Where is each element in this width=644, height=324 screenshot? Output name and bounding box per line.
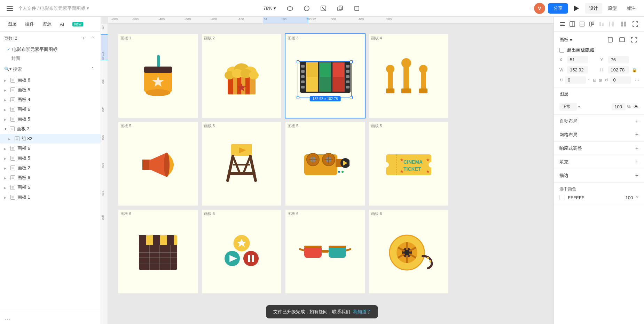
artboard-5b[interactable]: 画板 5	[202, 122, 281, 206]
tab-layers[interactable]: 图层	[4, 20, 20, 29]
distribute-icon[interactable]	[607, 20, 616, 29]
align-bottom-icon[interactable]	[597, 20, 606, 29]
breadcrumb[interactable]: 个人文件 / 电影布景元素平面图标 ▾	[18, 5, 89, 11]
edit-icon[interactable]	[318, 3, 329, 14]
artboard-content	[118, 42, 198, 112]
layer-item-10[interactable]: ⊞ 画板 5	[0, 183, 101, 192]
artboard-6c[interactable]: 画板 6	[285, 210, 365, 293]
board-resize-icon[interactable]	[629, 35, 638, 44]
color-hex-value[interactable]: FFFFFF	[568, 195, 623, 200]
canvas-area: -600 -500 -400 -300 -200 -100 51 100 203…	[101, 17, 553, 324]
page-item-main[interactable]: ✓ 电影布景元素平面图标	[0, 45, 101, 54]
responsive-add-button[interactable]: +	[635, 145, 638, 152]
tab-components[interactable]: 组件	[22, 20, 38, 29]
board-portrait-icon[interactable]	[606, 35, 615, 44]
w-value[interactable]: 152.92	[567, 66, 588, 74]
lock-icon[interactable]: 🔒	[632, 68, 637, 72]
layer-item-7[interactable]: ⊞ 画板 5	[0, 153, 101, 163]
zoom-control[interactable]: 78% ▾	[260, 4, 279, 12]
breadcrumb-dropdown[interactable]: ▾	[87, 6, 89, 11]
y-value[interactable]: 76	[608, 56, 629, 63]
layer-item-3[interactable]: ⊞ 画板 6	[0, 105, 101, 114]
layer-item-group82[interactable]: ⊞ 组 82	[0, 134, 101, 144]
rp-top-icons	[554, 17, 644, 32]
frame-icon[interactable]	[351, 3, 362, 14]
artboard-4[interactable]: 画板 4	[369, 34, 448, 118]
layer-item-2[interactable]: ⊞ 画板 4	[0, 95, 101, 105]
blend-mode-select[interactable]: 正常	[559, 103, 577, 111]
svg-rect-52	[301, 80, 305, 83]
more-button[interactable]: …	[4, 314, 10, 321]
run-button[interactable]	[571, 3, 582, 14]
split-h-icon[interactable]: ⊟	[593, 78, 596, 83]
tab-design[interactable]: 设计	[585, 3, 602, 14]
artboard-6d[interactable]: 画板 6	[369, 210, 448, 293]
color-swatch[interactable]	[559, 195, 565, 200]
auto-layout-add-button[interactable]: +	[635, 118, 638, 124]
fullscreen-icon[interactable]	[631, 20, 640, 29]
h-value[interactable]: 102.78	[608, 66, 629, 74]
align-right-icon[interactable]	[578, 20, 587, 29]
svg-text:TICKET: TICKET	[403, 166, 421, 172]
layer-item-1[interactable]: ⊞ 画板 5	[0, 85, 101, 95]
menu-icon[interactable]	[4, 3, 15, 14]
artboard-6b[interactable]: 画板 6	[202, 210, 281, 293]
grid-layout-add-button[interactable]: +	[635, 132, 638, 138]
tab-ai[interactable]: AI	[56, 20, 68, 28]
tab-assets[interactable]: 资源	[39, 20, 55, 29]
search-input[interactable]	[13, 67, 87, 72]
artboard-5a[interactable]: 画板 5	[118, 122, 198, 206]
more-options-icon[interactable]: ⋯	[635, 77, 639, 83]
rp-w-field: W 152.92	[559, 66, 598, 74]
artboard-5d[interactable]: 画板 5 ★ ★ ★ ★	[369, 122, 448, 206]
artboard-3[interactable]: 画板 3 152.92 × 102.78	[285, 34, 365, 118]
degree-symbol: °	[588, 78, 589, 82]
board-type-select[interactable]: 画板 ▾	[559, 37, 572, 43]
artboard-6a[interactable]: 画板 6	[118, 210, 198, 293]
color-opacity-value[interactable]: 100	[626, 195, 633, 200]
layer-item-4[interactable]: ⊞ 画板 5	[0, 114, 101, 124]
overflow-checkbox[interactable]	[559, 48, 564, 53]
collapse-pages-button[interactable]: ⌃	[89, 34, 96, 42]
avatar[interactable]: V	[534, 3, 545, 14]
help-icon[interactable]: ?	[636, 195, 638, 200]
layer-item-5[interactable]: ▼ ⊞ 画板 3	[0, 124, 101, 134]
copy-icon[interactable]	[335, 3, 346, 14]
tab-mark[interactable]: 标注	[622, 3, 640, 14]
share-button[interactable]: 分享	[548, 3, 568, 14]
x-value[interactable]: 51	[567, 56, 588, 63]
layer-item-11[interactable]: ⊞ 画板 1	[0, 192, 101, 202]
page-header: 页数: 2 + ⌃	[0, 32, 101, 45]
sidebar-tabs: 图层 组件 资源 AI New	[0, 17, 101, 32]
visibility-icon[interactable]: 👁	[634, 104, 638, 110]
align-center-h-icon[interactable]	[568, 20, 577, 29]
ruler-v-selection	[101, 34, 108, 60]
tab-prototype[interactable]: 原型	[604, 3, 621, 14]
add-page-button[interactable]: +	[80, 34, 87, 42]
tab-new[interactable]: New	[69, 21, 87, 28]
layer-item-0[interactable]: ⊞ 画板 6	[0, 75, 101, 85]
artboard-5c[interactable]: 画板 5	[285, 122, 365, 206]
subpage-cover[interactable]: 封面	[0, 54, 101, 63]
layer-item-9[interactable]: ⊞ 画板 6	[0, 173, 101, 183]
opacity-value[interactable]: 100	[612, 103, 626, 110]
rotation-value[interactable]: 0	[565, 76, 586, 84]
layer-item-8[interactable]: ⊞ 画板 2	[0, 163, 101, 173]
align-top-icon[interactable]	[587, 20, 596, 29]
search-dropdown-icon[interactable]: 🔍▾	[4, 67, 11, 71]
grid-icon[interactable]	[619, 20, 628, 29]
ticket-icon: ★ ★ ★ ★ CINEMA TICKET	[384, 149, 433, 180]
snap-icon[interactable]	[284, 3, 296, 14]
align-left-icon[interactable]	[558, 20, 567, 29]
artboard-2[interactable]: 画板 2	[202, 34, 281, 118]
artboard-1[interactable]: 画板 1	[118, 34, 198, 118]
split-v-icon[interactable]: ⊠	[598, 78, 602, 83]
layer-item-6[interactable]: ⊞ 画板 6	[0, 144, 101, 153]
stroke-add-button[interactable]: +	[635, 172, 638, 179]
circle-icon[interactable]	[301, 3, 312, 14]
radius-value[interactable]: 0	[610, 76, 631, 84]
fill-add-button[interactable]: +	[635, 159, 638, 165]
collapse-layers-button[interactable]: ⌃	[89, 65, 96, 73]
board-landscape-icon[interactable]	[618, 35, 627, 44]
notification-link[interactable]: 我知道了	[353, 309, 371, 315]
